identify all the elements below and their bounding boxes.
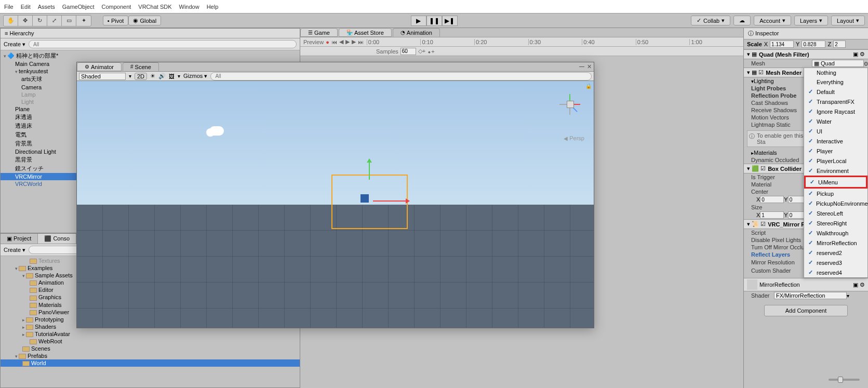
shading-dropdown[interactable]: Shaded — [79, 73, 126, 80]
pivot-cube[interactable] — [360, 194, 369, 203]
layer-menu-item[interactable]: ✓PlayerLocal — [804, 156, 867, 166]
layer-menu-item[interactable]: ✓Water — [804, 116, 867, 126]
transform-tool-icon[interactable]: ✦ — [76, 16, 91, 26]
layer-menu-item[interactable]: ✓Walkthrough — [804, 228, 867, 238]
layer-menu-item[interactable]: ✓reserved2 — [804, 248, 867, 258]
size-x-input[interactable] — [760, 211, 784, 219]
menu-help[interactable]: Help — [207, 4, 219, 10]
project-item[interactable]: TutorialAvatar — [1, 330, 300, 338]
rect-tool-icon[interactable]: ▭ — [62, 16, 76, 26]
close-icon[interactable]: ✕ — [587, 63, 592, 70]
layer-menu-item[interactable]: ✓UI — [804, 126, 867, 136]
2d-toggle[interactable]: 2D — [135, 73, 147, 80]
layer-menu-item[interactable]: ✓reserved3 — [804, 258, 867, 267]
hierarchy-create-dropdown[interactable]: Create ▾ — [4, 41, 25, 48]
layer-menu-item[interactable]: ✓Default — [804, 87, 867, 97]
layer-menu-item[interactable]: ✓StereoLeft — [804, 208, 867, 218]
asset-store-tab[interactable]: 🏪 Asset Store — [339, 28, 392, 37]
last-frame-button[interactable]: ⏭ — [358, 39, 364, 45]
scene-tab[interactable]: # Scene — [123, 62, 159, 71]
selected-quad[interactable] — [331, 175, 408, 229]
scene-search-input[interactable] — [210, 72, 592, 81]
animation-tab[interactable]: ◔ Animation — [393, 28, 440, 37]
layer-menu-item[interactable]: Everything — [804, 77, 867, 87]
layer-menu-item[interactable]: ✓MirrorReflection — [804, 238, 867, 248]
hierarchy-tab[interactable]: ≡ Hierarchy — [5, 30, 34, 36]
timeline-ruler[interactable]: 0:00 0:10 0:20 0:30 0:40 0:50 1:00 — [367, 39, 743, 45]
record-button[interactable]: ● — [326, 39, 329, 45]
shader-dropdown[interactable]: FX/MirrorReflection — [774, 292, 847, 299]
menu-component[interactable]: Component — [101, 4, 131, 10]
play-button[interactable]: ▶ — [411, 16, 426, 26]
project-create-dropdown[interactable]: Create ▾ — [4, 247, 25, 253]
layer-menu-item[interactable]: ✓StereoRight — [804, 218, 867, 228]
scene-viewport[interactable]: 🔒 ◀ Persp — [77, 81, 594, 328]
account-dropdown[interactable]: Account ▾ — [754, 16, 791, 25]
step-button[interactable]: ▶❚ — [442, 16, 458, 26]
mesh-field[interactable]: ▦ Quad — [812, 60, 864, 67]
y-axis-handle[interactable] — [369, 159, 370, 180]
cloud-button[interactable]: ☁ — [733, 16, 751, 25]
layer-menu-item[interactable]: ✓Pickup — [804, 189, 867, 198]
orientation-gizmo[interactable] — [554, 88, 585, 119]
menu-window[interactable]: Window — [179, 4, 199, 10]
add-event-button[interactable]: ⬥+ — [428, 48, 434, 55]
persp-label[interactable]: ◀ Persp — [564, 135, 584, 141]
layer-menu-item[interactable]: ✓reserved4 — [804, 267, 867, 277]
menu-edit[interactable]: Edit — [21, 4, 31, 10]
layer-menu-item[interactable]: ✓UiMenu — [804, 176, 867, 189]
menu-assets[interactable]: Assets — [38, 4, 55, 10]
gizmos-dropdown[interactable]: Gizmos ▾ — [183, 73, 207, 79]
x-axis-handle[interactable] — [373, 200, 409, 202]
project-zoom-slider[interactable] — [829, 379, 860, 381]
global-toggle[interactable]: ◉Global — [128, 16, 161, 25]
menu-vrchatsdk[interactable]: VRChat SDK — [138, 4, 171, 10]
menu-file[interactable]: File — [4, 4, 14, 10]
project-item[interactable]: World — [1, 359, 300, 367]
center-x-input[interactable] — [760, 196, 784, 203]
project-tab[interactable]: ▣ Project — [1, 234, 38, 244]
rotate-tool-icon[interactable]: ↻ — [33, 16, 47, 26]
project-item[interactable]: Scenes — [1, 345, 300, 352]
scene-root[interactable]: 🔷 精神と時の部屋* — [1, 51, 300, 60]
layer-menu-item[interactable]: ✓Environment — [804, 166, 867, 176]
hand-tool-icon[interactable]: ✋ — [4, 16, 18, 26]
collab-dropdown[interactable]: ✓Collab ▾ — [691, 16, 730, 25]
audio-icon[interactable]: 🔊 — [158, 73, 166, 79]
console-tab[interactable]: ⬛ Conso — [38, 234, 76, 244]
move-tool-icon[interactable]: ✥ — [18, 16, 33, 26]
samples-input[interactable] — [400, 48, 416, 55]
layer-menu-item[interactable]: ✓Interactive — [804, 136, 867, 146]
next-frame-button[interactable]: ▶ — [352, 38, 356, 45]
mesh-filter-header[interactable]: ▾ ▦ Quad (Mesh Filter)▣ ⚙ — [744, 49, 868, 59]
animator-tab[interactable]: ⚙ Animator — [77, 62, 122, 71]
pause-button[interactable]: ❚❚ — [426, 16, 442, 26]
scale-y-input[interactable] — [802, 41, 825, 48]
layer-menu-item[interactable]: ✓PickupNoEnvironmer — [804, 198, 867, 208]
layout-dropdown[interactable]: Layout ▾ — [831, 16, 865, 25]
minimize-icon[interactable] — [579, 66, 584, 68]
inspector-tab[interactable]: ⓘ Inspector — [748, 30, 779, 37]
first-frame-button[interactable]: ⏮ — [331, 39, 337, 45]
add-keyframe-button[interactable]: ◇+ — [418, 48, 425, 55]
layer-menu-item[interactable]: ✓Ignore Raycast — [804, 106, 867, 116]
project-item[interactable]: WebRoot — [1, 338, 300, 345]
project-item[interactable]: Prefabs — [1, 352, 300, 359]
play-anim-button[interactable]: ▶ — [345, 38, 350, 45]
pivot-toggle[interactable]: ▪Pivot — [103, 16, 128, 25]
add-component-button[interactable]: Add Component — [764, 305, 848, 316]
layer-menu-item[interactable]: Nothing — [804, 68, 867, 77]
game-tab[interactable]: ☰ Game — [300, 28, 338, 37]
light-icon[interactable]: ☀ — [150, 73, 155, 79]
prev-frame-button[interactable]: ◀ — [339, 38, 343, 45]
layer-menu-item[interactable]: ✓TransparentFX — [804, 97, 867, 106]
layers-dropdown[interactable]: Layers ▾ — [794, 16, 828, 25]
scale-x-input[interactable] — [770, 41, 794, 48]
material-header[interactable]: MirrorReflection▣ ⚙ — [744, 278, 868, 291]
layer-menu-item[interactable]: ✓Player — [804, 146, 867, 156]
menu-gameobject[interactable]: GameObject — [62, 4, 95, 10]
hierarchy-search-input[interactable] — [29, 40, 297, 48]
scale-tool-icon[interactable]: ⤢ — [47, 16, 62, 26]
lock-icon[interactable]: 🔒 — [585, 83, 592, 89]
scale-z-input[interactable] — [833, 41, 846, 48]
